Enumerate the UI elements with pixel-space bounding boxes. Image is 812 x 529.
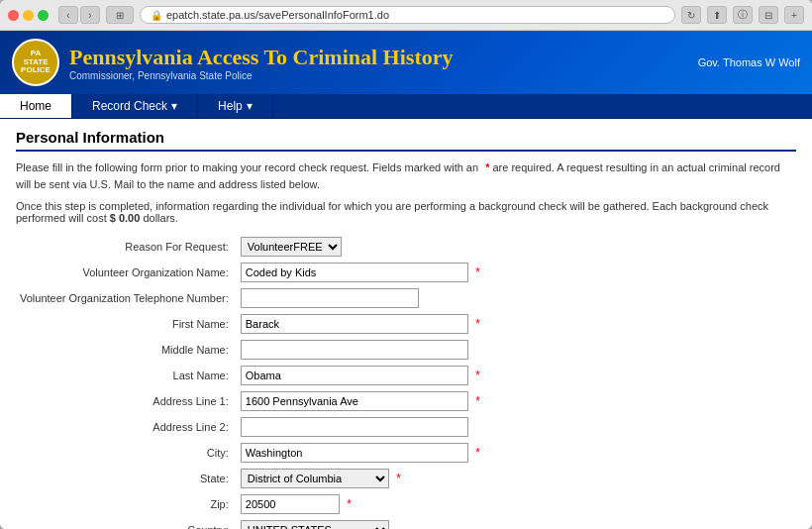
label-address1: Address Line 1: [16,388,237,414]
input-cell-last-name: * [237,363,796,388]
country-select[interactable]: UNITED STATES [241,520,389,529]
main-content: Personal Information Please fill in the … [0,119,812,529]
url-text: epatch.state.pa.us/savePersonalInfoForm1… [166,9,389,21]
personal-info-form: Reason For Request: VolunteerFREE Volunt… [16,234,796,529]
state-select[interactable]: District of Columbia [241,469,389,488]
form-row-reason: Reason For Request: VolunteerFREE [16,234,796,260]
minimize-button[interactable] [23,10,34,21]
first-name-input[interactable] [241,314,468,334]
input-cell-org-name: * [237,260,796,285]
back-button[interactable]: ‹ [58,6,78,24]
form-row-address2: Address Line 2: [16,414,796,440]
share-button[interactable]: ⬆ [707,6,727,24]
required-star-org: * [475,265,480,279]
form-row-org-phone: Volunteer Organization Telephone Number: [16,285,796,311]
navigation-buttons: ‹ › [58,6,100,24]
input-cell-state: District of Columbia * [237,466,796,491]
form-row-country: Country: UNITED STATES [16,517,796,529]
label-org-name: Volunteer Organization Name: [16,260,237,285]
lock-icon: 🔒 [151,10,162,21]
label-country: Country: [16,517,237,529]
form-row-first-name: First Name: * [16,311,796,337]
label-state: State: [16,466,237,491]
title-prefix: Pennsylvania Access To Criminal [69,45,383,69]
site-header: PASTATEPOLICE Pennsylvania Access To Cri… [0,31,812,94]
form-row-middle-name: Middle Name: [16,337,796,363]
org-phone-input[interactable] [241,288,419,308]
label-middle-name: Middle Name: [16,337,237,363]
page-content: PASTATEPOLICE Pennsylvania Access To Cri… [0,31,812,529]
header-text: Pennsylvania Access To Criminal History … [69,45,688,81]
label-first-name: First Name: [16,311,237,337]
traffic-lights [8,10,49,21]
address2-input[interactable] [241,417,468,437]
form-row-state: State: District of Columbia * [16,466,796,491]
input-cell-address2 [237,414,796,440]
reason-select[interactable]: VolunteerFREE [241,237,342,257]
org-name-input[interactable] [241,263,468,282]
nav-record-check-arrow: ▾ [171,99,177,113]
input-cell-org-phone [237,285,796,311]
form-row-zip: Zip: * [16,491,796,517]
nav-record-check-label: Record Check [92,99,167,113]
nav-help-arrow: ▾ [247,99,253,113]
label-last-name: Last Name: [16,363,237,388]
middle-name-input[interactable] [241,340,468,360]
site-title: Pennsylvania Access To Criminal History [69,45,688,70]
input-cell-middle-name [237,337,796,363]
form-row-last-name: Last Name: * [16,363,796,388]
close-button[interactable] [8,10,19,21]
sidebar-button[interactable]: ⊟ [759,6,778,24]
maximize-button[interactable] [38,10,49,21]
required-star-city: * [475,446,480,460]
info-button[interactable]: ⓘ [733,6,753,24]
nav-home-label: Home [20,99,51,113]
input-cell-address1: * [237,388,796,414]
input-cell-country: UNITED STATES [237,517,796,529]
commissioner-label: Commissioner, Pennsylvania State Police [69,70,688,81]
required-star-addr1: * [475,394,480,408]
address-bar[interactable]: 🔒 epatch.state.pa.us/savePersonalInfoFor… [140,6,675,24]
governor-label: Gov. Thomas W Wolf [698,56,800,68]
last-name-input[interactable] [241,366,468,385]
view-button[interactable]: ⊞ [106,6,134,24]
input-cell-zip: * [237,491,796,517]
page-title: Personal Information [16,129,796,152]
nav-home[interactable]: Home [0,94,72,118]
label-city: City: [16,440,237,466]
required-star-state: * [396,472,401,485]
input-cell-first-name: * [237,311,796,337]
input-cell-reason: VolunteerFREE [237,234,796,260]
city-input[interactable] [241,443,468,463]
intro-text-1: Please fill in the following form prior … [16,159,796,192]
nav-record-check[interactable]: Record Check ▾ [72,94,198,118]
title-highlight: History [383,45,454,69]
form-row-city: City: * [16,440,796,466]
label-zip: Zip: [16,491,237,517]
label-reason: Reason For Request: [16,234,237,260]
nav-bar: Home Record Check ▾ Help ▾ [0,94,812,119]
nav-help-label: Help [218,99,243,113]
required-star-zip: * [347,497,352,511]
required-star-last: * [475,369,480,382]
forward-button[interactable]: › [80,6,100,24]
browser-chrome: ‹ › ⊞ 🔒 epatch.state.pa.us/savePersonalI… [0,0,812,31]
refresh-button[interactable]: ↻ [681,6,701,24]
nav-help[interactable]: Help ▾ [198,94,273,118]
label-address2: Address Line 2: [16,414,237,440]
required-star-note: * [485,161,489,173]
zip-input[interactable] [241,494,340,514]
form-row-org-name: Volunteer Organization Name: * [16,260,796,285]
label-org-phone: Volunteer Organization Telephone Number: [16,285,237,311]
input-cell-city: * [237,440,796,466]
cost-text: Once this step is completed, information… [16,200,796,224]
browser-window: ‹ › ⊞ 🔒 epatch.state.pa.us/savePersonalI… [0,0,812,529]
logo: PASTATEPOLICE [12,39,59,86]
address1-input[interactable] [241,391,468,411]
form-row-address1: Address Line 1: * [16,388,796,414]
add-tab-button[interactable]: + [784,6,804,24]
required-star-first: * [475,317,480,331]
